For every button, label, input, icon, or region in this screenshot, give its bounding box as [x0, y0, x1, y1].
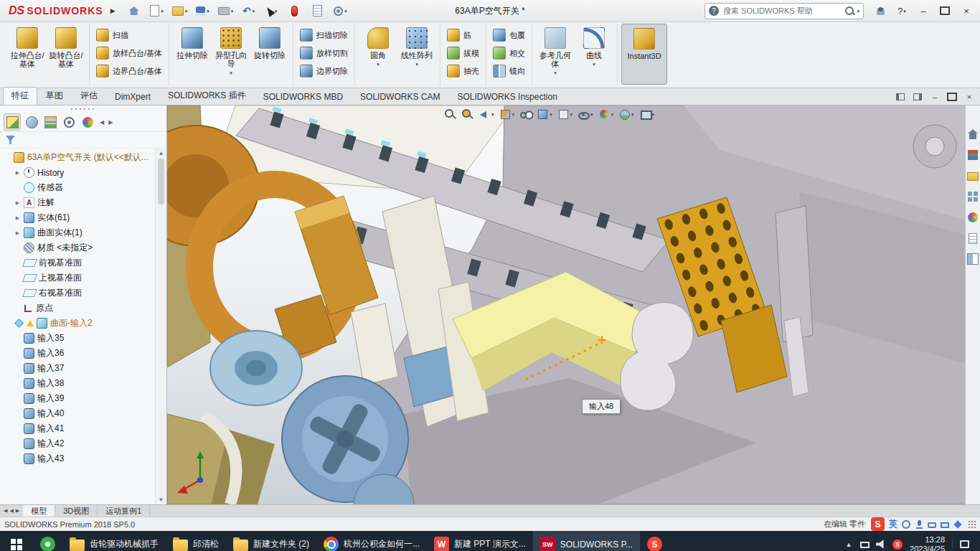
ribbon-button-extruded-boss[interactable]: 拉伸凸台/基体	[8, 24, 47, 68]
manager-tabs-prev-icon[interactable]: ◀	[100, 119, 104, 126]
taskpane-custom-properties-tab[interactable]	[966, 231, 979, 245]
expand-arrow-icon[interactable]: ▶	[14, 215, 21, 221]
pane-right-button[interactable]	[910, 91, 925, 103]
tree-tab-property-manager[interactable]	[24, 114, 39, 130]
hud-section-view-button[interactable]: ▾	[498, 108, 517, 121]
taskbar-app[interactable]: S	[640, 531, 669, 551]
taskbar-clock[interactable]: 13:28 2023/4/25	[907, 535, 948, 551]
emoji-icon[interactable]	[902, 520, 910, 529]
ribbon-tab-2[interactable]: 草图	[37, 87, 72, 105]
tree-item[interactable]: 上视基准面	[0, 270, 155, 286]
tray-tray-display-button[interactable]	[860, 540, 870, 548]
start-button[interactable]	[0, 531, 33, 551]
titlebar-options-button[interactable]: ▾	[330, 2, 352, 19]
tree-tab-configuration-manager[interactable]	[42, 114, 58, 130]
tray-caret-up-button[interactable]: ▲	[844, 540, 854, 550]
ribbon-tab-5[interactable]: SOLIDWORKS 插件	[159, 87, 255, 105]
titlebar-select-button[interactable]: ▾	[261, 2, 283, 19]
ribbon-button-swept-cut[interactable]: 扫描切除	[297, 27, 351, 44]
help-search[interactable]: ? ▾	[705, 3, 864, 19]
ribbon-button-boundary-cut[interactable]: 边界切除	[297, 62, 351, 80]
ribbon-button-instant3d[interactable]: Instant3D	[621, 24, 667, 85]
tree-item[interactable]: 输入40	[0, 406, 155, 421]
ribbon-button-rib[interactable]: 筋	[444, 27, 474, 44]
taskbar-app[interactable]: SWSOLIDWORKS P...	[533, 531, 640, 551]
ribbon-button-revolved-cut[interactable]: 旋转切除	[250, 24, 289, 60]
titlebar-save-button[interactable]: ▾	[192, 2, 214, 19]
hud-view-settings-button[interactable]: ▾	[638, 108, 656, 121]
titlebar-undo-button[interactable]: ↶▾	[238, 2, 260, 19]
hud-hide-show-items-button[interactable]: ▾	[576, 108, 595, 121]
tray-sogou-tray-button[interactable]: S	[892, 540, 903, 550]
input-language-indicator[interactable]: 英	[889, 518, 897, 530]
search-caret-icon[interactable]: ▾	[857, 9, 859, 14]
ribbon-button-hole-wizard[interactable]: 异型孔向导▾	[212, 24, 250, 75]
taskpane-appearances-tab[interactable]	[966, 210, 979, 225]
ribbon-button-reference-geometry[interactable]: 参考几何体▾	[536, 24, 575, 75]
ribbon-button-mirror[interactable]: 镜向	[490, 62, 528, 80]
ribbon-tab-3[interactable]: 评估	[72, 87, 106, 105]
taskpane-solidworks-resources-tab[interactable]	[966, 127, 979, 141]
doc-minimize-button[interactable]: –	[927, 91, 943, 103]
tab-nav-prev-icon[interactable]: ◀	[9, 508, 13, 514]
tree-item[interactable]: 前视基准面	[0, 255, 155, 270]
expand-arrow-icon[interactable]: ▶	[14, 230, 21, 236]
ribbon-button-revolved-boss[interactable]: 旋转凸台/基体	[47, 24, 85, 68]
hud-previous-view-button[interactable]: ▾	[477, 108, 496, 121]
graphics-area[interactable]: ▾▾▾▾▾▾▾▾ 输入48	[167, 105, 965, 504]
taskbar-app[interactable]: 新建文件夹 (2)	[226, 531, 316, 551]
taskpane-display-pane-tab[interactable]	[966, 252, 979, 266]
tree-item[interactable]: 材质 <未指定>	[0, 240, 155, 255]
titlebar-macro-button[interactable]	[284, 2, 306, 19]
user-button[interactable]	[870, 2, 891, 19]
ribbon-tab-8[interactable]: SOLIDWORKS Inspection	[448, 89, 565, 105]
tree-item[interactable]: 输入37	[0, 361, 155, 376]
microphone-icon[interactable]	[915, 520, 923, 529]
taskpane-file-explorer-tab[interactable]	[966, 169, 979, 183]
hud-view-orientation-button[interactable]: ▾	[535, 108, 554, 121]
search-icon[interactable]	[845, 6, 854, 15]
hud-apply-scene-button[interactable]: ▾	[617, 108, 636, 121]
tree-item[interactable]: 输入35	[0, 331, 155, 346]
tree-tab-display-manager[interactable]	[80, 114, 95, 130]
tree-item[interactable]: 右视基准面	[0, 286, 155, 301]
tree-item[interactable]: 输入43	[0, 451, 155, 466]
skin-icon[interactable]	[953, 520, 961, 528]
hud-edit-appearance-button[interactable]: ▾	[597, 108, 616, 121]
tree-item[interactable]: 输入36	[0, 346, 155, 361]
ribbon-button-swept-boss[interactable]: 扫描	[93, 27, 131, 44]
ribbon-button-shell[interactable]: 抽壳	[444, 62, 482, 80]
ribbon-button-draft[interactable]: 拔模	[444, 44, 482, 62]
titlebar-print-button[interactable]: ▾	[215, 2, 237, 19]
tree-item[interactable]: 输入38	[0, 376, 155, 391]
toolbar-flyout-arrow-icon[interactable]: ▶	[110, 7, 116, 14]
tab-nav-next-icon[interactable]: ▶	[16, 508, 19, 514]
hud-zoom-area-button[interactable]	[460, 108, 475, 121]
maximize-button[interactable]	[934, 2, 956, 19]
scroll-down-icon[interactable]: ▼	[159, 496, 164, 503]
ribbon-button-intersect[interactable]: 相交	[490, 44, 528, 62]
taskbar-app[interactable]: W新建 PPT 演示文...	[427, 531, 533, 551]
tree-item[interactable]: 输入39	[0, 391, 155, 406]
taskpane-view-palette-tab[interactable]	[966, 189, 979, 204]
doc-tab-3[interactable]: 运动算例1	[98, 505, 150, 517]
notification-center-button[interactable]	[952, 540, 976, 548]
tree-scrollbar[interactable]: ▲ ▼	[155, 149, 166, 504]
tree-item[interactable]: ▶A注解	[0, 195, 155, 210]
tree-item[interactable]: 传感器	[0, 180, 155, 195]
ribbon-tab-7[interactable]: SOLIDWORKS CAM	[352, 89, 448, 105]
ribbon-button-boundary-boss[interactable]: 边界凸台/基体	[93, 62, 165, 80]
ribbon-tab-4[interactable]: DimXpert	[106, 89, 159, 105]
tree-filter-bar[interactable]	[0, 132, 166, 149]
hud-display-style-button[interactable]: ▾	[556, 108, 575, 121]
taskbar-app[interactable]: 邱清松	[166, 531, 226, 551]
pane-left-button[interactable]	[892, 91, 908, 103]
hud-zoom-fit-button[interactable]	[443, 108, 458, 121]
ribbon-tab-6[interactable]: SOLIDWORKS MBD	[255, 89, 352, 105]
manager-tabs-next-icon[interactable]: ▶	[108, 119, 113, 126]
titlebar-file-properties-button[interactable]	[307, 2, 329, 19]
titlebar-open-button[interactable]: ▾	[169, 2, 191, 19]
tree-item[interactable]: 原点	[0, 301, 155, 316]
tab-nav-first-icon[interactable]: ◀	[4, 508, 7, 514]
tree-item[interactable]: 输入42	[0, 436, 155, 451]
